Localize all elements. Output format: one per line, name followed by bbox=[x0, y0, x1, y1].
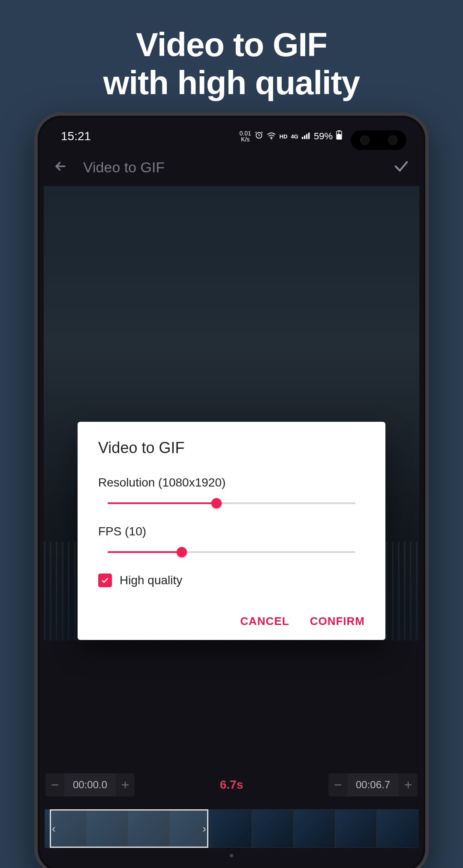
dialog-title: Video to GIF bbox=[98, 439, 365, 457]
battery-icon bbox=[336, 130, 342, 142]
thumb-frame[interactable] bbox=[377, 809, 418, 848]
start-time-stepper: − 00:00.0 + bbox=[45, 773, 135, 796]
status-icons: 0.01K/s HD 4G 59% bbox=[240, 130, 342, 142]
network-type: 4G bbox=[291, 134, 298, 139]
selection-handle-right-icon[interactable]: › bbox=[202, 822, 206, 835]
app-title: Video to GIF bbox=[83, 159, 377, 176]
end-time-stepper: − 00:06.7 + bbox=[328, 773, 418, 796]
end-minus-button[interactable]: − bbox=[328, 773, 347, 796]
marketing-headline: Video to GIF with high quality bbox=[0, 0, 463, 102]
svg-rect-3 bbox=[304, 135, 305, 139]
fps-label: FPS (10) bbox=[98, 525, 365, 538]
start-time[interactable]: 00:00.0 bbox=[64, 773, 116, 796]
high-quality-label: High quality bbox=[120, 574, 182, 587]
thumb-frame[interactable] bbox=[294, 809, 335, 848]
confirm-check-icon[interactable] bbox=[393, 158, 410, 177]
status-time: 15:21 bbox=[61, 129, 91, 143]
resolution-label: Resolution (1080x1920) bbox=[98, 476, 365, 490]
svg-point-1 bbox=[271, 138, 272, 139]
video-to-gif-dialog: Video to GIF Resolution (1080x1920) FPS … bbox=[78, 422, 385, 640]
selection-range[interactable]: ‹ › bbox=[50, 809, 208, 848]
cancel-button[interactable]: CANCEL bbox=[240, 615, 289, 628]
camera-cutout bbox=[351, 130, 406, 150]
net-speed: 0.01K/s bbox=[240, 130, 251, 142]
nav-indicator bbox=[230, 854, 233, 857]
wifi-icon bbox=[267, 131, 276, 142]
back-arrow-icon[interactable] bbox=[53, 159, 68, 175]
end-plus-button[interactable]: + bbox=[399, 773, 418, 796]
signal-icon bbox=[302, 131, 310, 142]
hd-indicator: HD bbox=[280, 134, 288, 139]
resolution-slider[interactable] bbox=[108, 502, 355, 504]
svg-rect-4 bbox=[306, 134, 307, 139]
confirm-button[interactable]: CONFIRM bbox=[310, 615, 365, 628]
slider-thumb[interactable] bbox=[211, 498, 222, 508]
end-time[interactable]: 00:06.7 bbox=[347, 773, 399, 796]
headline-line2: with high quality bbox=[103, 64, 360, 102]
app-bar: Video to GIF bbox=[39, 148, 424, 186]
start-plus-button[interactable]: + bbox=[116, 773, 135, 796]
slider-thumb[interactable] bbox=[177, 547, 187, 557]
selection-handle-left-icon[interactable]: ‹ bbox=[52, 822, 56, 835]
battery-text: 59% bbox=[314, 131, 333, 142]
timeline-controls: − 00:00.0 + 6.7s − 00:06.7 + bbox=[39, 773, 424, 796]
thumb-frame[interactable] bbox=[252, 809, 294, 848]
headline-line1: Video to GIF bbox=[136, 26, 327, 63]
svg-rect-5 bbox=[308, 132, 310, 139]
clip-duration: 6.7s bbox=[220, 778, 244, 792]
svg-rect-2 bbox=[302, 137, 303, 139]
fps-slider[interactable] bbox=[108, 551, 355, 553]
phone-mockup: 15:21 0.01K/s HD 4G 59% bbox=[34, 112, 429, 868]
timeline-thumbnails[interactable]: ‹ › bbox=[45, 809, 418, 848]
phone-screen: 15:21 0.01K/s HD 4G 59% bbox=[39, 117, 424, 868]
svg-rect-7 bbox=[338, 130, 340, 131]
high-quality-checkbox[interactable] bbox=[98, 574, 112, 587]
start-minus-button[interactable]: − bbox=[45, 773, 64, 796]
thumb-frame[interactable] bbox=[335, 809, 377, 848]
dialog-actions: CANCEL CONFIRM bbox=[98, 615, 365, 628]
thumb-frame[interactable] bbox=[211, 809, 253, 848]
alarm-icon bbox=[255, 131, 263, 142]
high-quality-row[interactable]: High quality bbox=[98, 574, 365, 587]
